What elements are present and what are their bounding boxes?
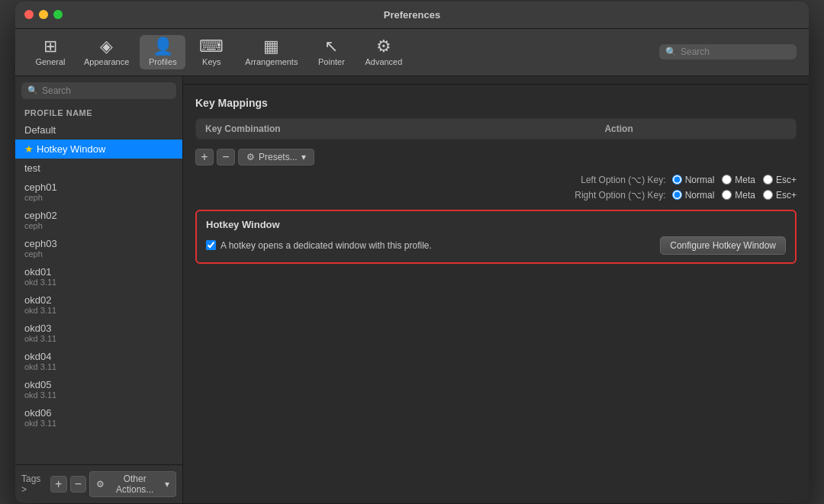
left-option-row: Left Option (⌥) Key: Normal Meta Esc+ (581, 175, 797, 185)
profile-item-okd02[interactable]: okd02okd 3.11 (15, 291, 182, 319)
options-row: Left Option (⌥) Key: Normal Meta Esc+ Ri… (195, 175, 797, 201)
left-esc-option[interactable]: Esc+ (763, 175, 797, 185)
profiles-label: Profiles (149, 57, 177, 66)
profile-sub: okd 3.11 (24, 334, 173, 343)
toolbar-item-arrangements[interactable]: ▦ Arrangements (237, 35, 305, 69)
left-option-label: Left Option (⌥) Key: (581, 175, 665, 185)
remove-profile-button[interactable]: − (70, 476, 87, 493)
add-profile-button[interactable]: + (50, 476, 67, 493)
right-normal-radio[interactable] (672, 190, 682, 200)
right-esc-label: Esc+ (776, 190, 797, 201)
general-label: General (35, 57, 65, 66)
profile-name: okd02 (24, 294, 51, 306)
traffic-lights (24, 10, 63, 19)
other-actions-button[interactable]: ⚙ Other Actions... ▾ (89, 471, 176, 497)
left-meta-option[interactable]: Meta (722, 175, 755, 185)
profile-name: okd03 (24, 323, 51, 334)
appearance-label: Appearance (84, 57, 129, 66)
arrangements-label: Arrangements (245, 57, 298, 66)
profile-item-test[interactable]: test (15, 159, 182, 178)
configure-hotkey-button[interactable]: Configure Hotkey Window (660, 236, 786, 255)
profile-name: ceph01 (24, 181, 57, 193)
hotkey-checkbox-text: A hotkey opens a dedicated window with t… (220, 240, 432, 251)
key-mappings-table: Key Combination Action (195, 118, 797, 140)
profile-sub: okd 3.11 (24, 362, 173, 371)
sidebar: 🔍 Profile Name Default★Hotkey Windowtest… (15, 76, 183, 503)
profile-item-ceph01[interactable]: ceph01ceph (15, 178, 182, 206)
toolbar-search-input[interactable] (681, 47, 790, 57)
left-meta-label: Meta (735, 175, 755, 185)
main-content: 🔍 Profile Name Default★Hotkey Windowtest… (15, 76, 809, 503)
tab-content: Key Mappings Key Combination Action (183, 85, 809, 503)
profile-sub: okd 3.11 (24, 306, 173, 315)
right-esc-option[interactable]: Esc+ (763, 190, 797, 201)
profile-item-okd06[interactable]: okd06okd 3.11 (15, 403, 182, 432)
toolbar-item-pointer[interactable]: ↖ Pointer (308, 35, 354, 69)
toolbar-item-general[interactable]: ⊞ General (27, 35, 73, 69)
profile-item-ceph03[interactable]: ceph03ceph (15, 234, 182, 262)
detail-panel: Key Mappings Key Combination Action (183, 76, 809, 503)
profile-item-okd04[interactable]: okd04okd 3.11 (15, 347, 182, 375)
col-key-header: Key Combination (196, 118, 596, 139)
toolbar-item-profiles[interactable]: 👤 Profiles (140, 35, 185, 69)
col-action-header: Action (595, 118, 796, 139)
pointer-icon: ↖ (324, 38, 338, 55)
profile-sub: ceph (24, 249, 173, 258)
profile-name: okd05 (24, 379, 51, 390)
profile-item-okd03[interactable]: okd03okd 3.11 (15, 319, 182, 347)
profile-item-default[interactable]: Default (15, 120, 182, 140)
profile-name: ceph02 (24, 210, 57, 221)
advanced-label: Advanced (365, 57, 402, 66)
right-option-radio-group: Normal Meta Esc+ (672, 190, 797, 201)
sidebar-search-box[interactable]: 🔍 (21, 82, 176, 99)
profile-name-header: Profile Name (15, 105, 182, 120)
right-option-label: Right Option (⌥) Key: (575, 190, 665, 201)
general-icon: ⊞ (43, 38, 57, 55)
right-esc-radio[interactable] (763, 190, 773, 200)
left-normal-radio[interactable] (672, 175, 682, 185)
profile-item-hotkey[interactable]: ★Hotkey Window (15, 140, 182, 159)
fullscreen-button[interactable] (53, 10, 63, 19)
window-title: Preferences (384, 9, 440, 21)
add-mapping-button[interactable]: + (195, 149, 214, 165)
profile-name: ceph03 (24, 238, 57, 249)
right-meta-option[interactable]: Meta (722, 190, 755, 201)
toolbar-item-keys[interactable]: ⌨ Keys (188, 35, 234, 69)
toolbar-search-box[interactable]: 🔍 (659, 44, 797, 59)
profile-item-okd05[interactable]: okd05okd 3.11 (15, 375, 182, 403)
profile-sub: ceph (24, 193, 173, 202)
left-meta-radio[interactable] (722, 175, 732, 185)
right-meta-radio[interactable] (722, 190, 732, 200)
profile-item-ceph02[interactable]: ceph02ceph (15, 206, 182, 234)
presets-chevron-icon: ▾ (301, 152, 306, 162)
right-normal-label: Normal (685, 190, 715, 201)
hotkey-checkbox-label[interactable]: A hotkey opens a dedicated window with t… (206, 240, 432, 251)
keys-icon: ⌨ (199, 38, 224, 55)
section-title: Key Mappings (195, 97, 797, 109)
profile-name: okd01 (24, 266, 51, 278)
hotkey-section: Hotkey Window A hotkey opens a dedicated… (195, 210, 797, 264)
profile-name: test (24, 162, 40, 174)
right-option-row: Right Option (⌥) Key: Normal Meta Esc+ (575, 190, 797, 201)
left-normal-option[interactable]: Normal (672, 175, 715, 185)
left-esc-radio[interactable] (763, 175, 773, 185)
profile-name: okd04 (24, 351, 51, 362)
other-actions-chevron-icon: ▾ (165, 479, 169, 490)
tags-label: Tags > (21, 474, 46, 495)
remove-mapping-button[interactable]: − (217, 149, 235, 165)
toolbar-item-appearance[interactable]: ◈ Appearance (76, 35, 137, 69)
profile-item-okd01[interactable]: okd01okd 3.11 (15, 262, 182, 291)
pointer-label: Pointer (318, 57, 345, 66)
toolbar-items: ⊞ General ◈ Appearance 👤 Profiles ⌨ Keys… (27, 35, 410, 69)
close-button[interactable] (24, 10, 34, 19)
toolbar: ⊞ General ◈ Appearance 👤 Profiles ⌨ Keys… (15, 29, 809, 76)
presets-button[interactable]: ⚙ Presets... ▾ (238, 149, 314, 165)
right-normal-option[interactable]: Normal (672, 190, 715, 201)
toolbar-item-advanced[interactable]: ⚙ Advanced (357, 35, 410, 69)
keys-label: Keys (202, 57, 220, 66)
arrangements-icon: ▦ (263, 38, 279, 55)
sidebar-search-input[interactable] (42, 85, 170, 96)
minimize-button[interactable] (39, 10, 48, 19)
sidebar-footer: Tags > + − ⚙ Other Actions... ▾ (15, 464, 182, 503)
hotkey-opens-window-checkbox[interactable] (206, 240, 216, 250)
